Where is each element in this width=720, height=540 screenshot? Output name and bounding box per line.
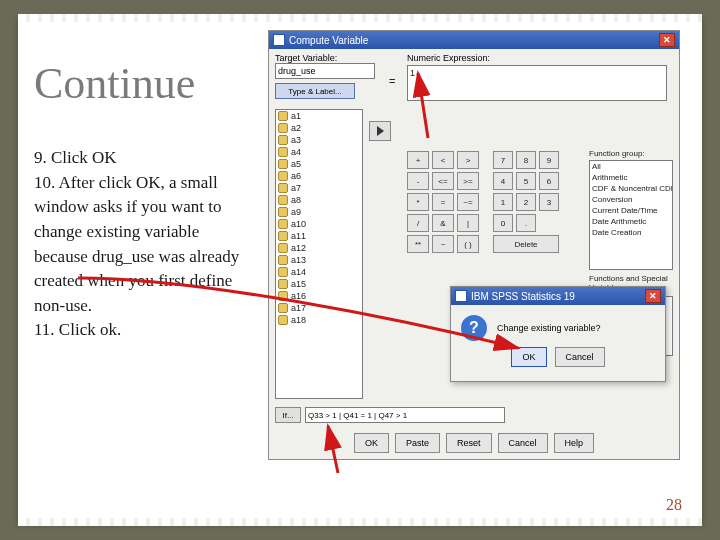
calc-key[interactable]: + [407,151,429,169]
function-group-label: Function group: [589,149,673,158]
confirm-titlebar[interactable]: IBM SPSS Statistics 19 ✕ [451,287,665,305]
calc-key[interactable]: 1 [493,193,513,211]
confirm-message: Change existing variable? [497,323,601,333]
confirm-ok-button[interactable]: OK [511,347,546,367]
calc-key[interactable]: Delete [493,235,559,253]
variable-list[interactable]: a1a2a3a4a5a6a7a8a9a10a11a12a13a14a15a16a… [275,109,363,399]
variable-icon [278,171,288,181]
variable-item[interactable]: a10 [276,218,362,230]
variable-item[interactable]: a9 [276,206,362,218]
variable-item[interactable]: a13 [276,254,362,266]
calc-key[interactable]: - [407,172,429,190]
type-and-label-button[interactable]: Type & Label... [275,83,355,99]
variable-item[interactable]: a6 [276,170,362,182]
variable-label: a2 [291,123,301,133]
close-icon[interactable]: ✕ [645,289,661,303]
calc-key[interactable]: ~= [457,193,479,211]
calc-key[interactable]: <= [432,172,454,190]
variable-item[interactable]: a12 [276,242,362,254]
function-group-item[interactable]: CDF & Noncentral CDF [590,183,672,194]
function-group-item[interactable]: All [590,161,672,172]
function-group-item[interactable]: Date Creation [590,227,672,238]
move-to-expression-button[interactable] [369,121,391,141]
variable-icon [278,183,288,193]
calc-key[interactable]: 5 [516,172,536,190]
reset-button[interactable]: Reset [446,433,492,453]
calc-key[interactable]: > [457,151,479,169]
variable-icon [278,231,288,241]
cancel-button[interactable]: Cancel [498,433,548,453]
calc-key[interactable]: 2 [516,193,536,211]
calc-key[interactable]: 4 [493,172,513,190]
calc-key[interactable]: ( ) [457,235,479,253]
compute-titlebar[interactable]: Compute Variable ✕ [269,31,679,49]
target-variable-label: Target Variable: [275,53,385,63]
calc-key[interactable]: 0 [493,214,513,232]
variable-item[interactable]: a7 [276,182,362,194]
calc-key[interactable]: ** [407,235,429,253]
calc-key[interactable]: 3 [539,193,559,211]
variable-label: a6 [291,171,301,181]
variable-icon [278,123,288,133]
calc-key[interactable]: * [407,193,429,211]
calc-key[interactable]: ~ [432,235,454,253]
calc-key[interactable]: . [516,214,536,232]
variable-label: a12 [291,243,306,253]
variable-icon [278,291,288,301]
variable-item[interactable]: a14 [276,266,362,278]
calc-key[interactable]: & [432,214,454,232]
calc-key[interactable]: 9 [539,151,559,169]
variable-item[interactable]: a2 [276,122,362,134]
confirm-cancel-button[interactable]: Cancel [555,347,605,367]
variable-item[interactable]: a17 [276,302,362,314]
compute-body: Target Variable: Type & Label... = Numer… [269,49,679,459]
target-variable-input[interactable] [275,63,375,79]
app-icon [455,290,467,302]
variable-label: a17 [291,303,306,313]
variable-item[interactable]: a1 [276,110,362,122]
close-icon[interactable]: ✕ [659,33,675,47]
calc-key[interactable]: | [457,214,479,232]
function-group-list[interactable]: AllArithmeticCDF & Noncentral CDFConvers… [589,160,673,270]
function-group-item[interactable]: Conversion [590,194,672,205]
calculator-pad: +<>789-<=>=456*=~=123/&|0.**~( )Delete [407,151,587,274]
variable-icon [278,303,288,313]
calc-key[interactable]: 6 [539,172,559,190]
variable-label: a1 [291,111,301,121]
variable-item[interactable]: a15 [276,278,362,290]
help-button[interactable]: Help [554,433,595,453]
compute-variable-dialog: Compute Variable ✕ Target Variable: Type… [268,30,680,460]
if-button[interactable]: If... [275,407,301,423]
paste-button[interactable]: Paste [395,433,440,453]
function-group-item[interactable]: Date Arithmetic [590,216,672,227]
variable-item[interactable]: a5 [276,158,362,170]
variable-icon [278,267,288,277]
calc-key[interactable]: >= [457,172,479,190]
numeric-expression-input[interactable]: 1 [407,65,667,101]
function-group-item[interactable]: Arithmetic [590,172,672,183]
calc-key[interactable]: / [407,214,429,232]
variable-item[interactable]: a18 [276,314,362,326]
variable-item[interactable]: a4 [276,146,362,158]
variable-icon [278,219,288,229]
confirm-message-row: ? Change existing variable? [451,305,665,347]
calc-key[interactable]: = [432,193,454,211]
variable-icon [278,159,288,169]
variable-item[interactable]: a3 [276,134,362,146]
variable-item[interactable]: a16 [276,290,362,302]
calc-key[interactable]: 8 [516,151,536,169]
slide-title: Continue [34,58,195,109]
variable-icon [278,195,288,205]
calc-key[interactable]: < [432,151,454,169]
if-condition-input[interactable] [305,407,505,423]
variable-item[interactable]: a11 [276,230,362,242]
ok-button[interactable]: OK [354,433,389,453]
target-variable-area: Target Variable: Type & Label... [275,53,385,99]
function-group-item[interactable]: Current Date/Time [590,205,672,216]
dialog-button-row: OK Paste Reset Cancel Help [269,433,679,453]
app-icon [273,34,285,46]
calc-key[interactable]: 7 [493,151,513,169]
equals-sign: = [389,75,395,87]
variable-icon [278,255,288,265]
variable-item[interactable]: a8 [276,194,362,206]
